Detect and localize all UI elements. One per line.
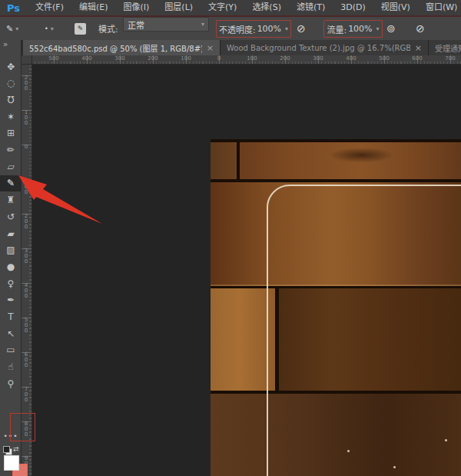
wood-texture-image (211, 139, 461, 476)
eyedropper-tool[interactable]: ✏ (0, 142, 22, 158)
gradient-tool[interactable]: ▨ (0, 242, 22, 258)
zoom-tool[interactable]: ⚲ (0, 375, 22, 391)
document-tab[interactable]: 受理通知书.j× (429, 40, 461, 55)
options-bar: ✎▾ •▾ ✎ 模式: 正常 ▾ 不透明度: 100% ▾ ⊘ 流量: 100%… (0, 17, 461, 41)
document-tab[interactable]: 552c64bad580c.psd @ 50% (图层 1, RGB/8#) *… (23, 40, 221, 55)
swap-colors-icon[interactable]: ⇄ (13, 445, 19, 453)
spot-healing-brush-tool[interactable]: ▱ (0, 158, 22, 175)
ruler-label: 700 (445, 55, 455, 62)
close-icon[interactable]: × (207, 43, 214, 53)
ruler-label: 300 (23, 248, 29, 264)
opacity-value: 100% (257, 24, 281, 34)
photoshop-window: Ps 文件(F)编辑(E)图像(I)图层(L)文字(Y)选择(S)滤镜(T)3D… (0, 0, 461, 476)
chevron-down-icon: ▾ (376, 25, 380, 32)
edit-toolbar-icon[interactable]: ••• (0, 432, 22, 440)
ruler-label: 0 (217, 55, 221, 62)
ruler-label: 100 (181, 55, 191, 62)
toggle-brush-panel-button[interactable]: ✎ (75, 17, 86, 40)
rounded-rectangle-path (267, 185, 461, 476)
default-colors-icon[interactable] (3, 446, 12, 455)
mode-label: 模式: (98, 17, 118, 40)
photoshop-logo: Ps (0, 2, 28, 14)
blend-mode-select[interactable]: 正常 ▾ (123, 17, 209, 32)
history-brush-tool[interactable]: ↺ (0, 208, 22, 225)
ruler-label: 300 (313, 55, 323, 62)
eraser-tool[interactable]: ▰ (0, 225, 22, 241)
flow-label: 流量: (327, 23, 347, 35)
menu-item[interactable]: 图层(L) (157, 0, 201, 15)
ruler-label: 0 (23, 144, 29, 149)
crop-tool[interactable]: ⊞ (0, 125, 22, 141)
brush-tool-preset-icon[interactable]: ✎▾ (6, 17, 18, 40)
collapse-tools-icon[interactable]: » (3, 40, 8, 48)
ruler-label: 200 (23, 213, 29, 229)
menu-item[interactable]: 视图(V) (373, 0, 418, 15)
ruler-label: 200 (148, 55, 158, 62)
ruler-label: 400 (346, 55, 356, 62)
opacity-label: 不透明度: (219, 23, 256, 35)
ruler-label: 800 (23, 421, 29, 437)
ruler-label: 100 (23, 109, 29, 125)
chevron-down-icon: ▾ (51, 25, 54, 32)
brush-tool[interactable]: ✎ (0, 175, 22, 191)
chevron-down-icon: ▾ (15, 25, 18, 32)
menu-item[interactable]: 文件(F) (28, 0, 71, 15)
blur-tool[interactable]: ● (0, 258, 22, 275)
ruler-label: 500 (48, 55, 58, 62)
blend-mode-value: 正常 (128, 18, 144, 31)
document-tab-bar: 552c64bad580c.psd @ 50% (图层 1, RGB/8#) *… (0, 40, 461, 55)
foreground-color-swatch[interactable] (4, 455, 19, 471)
menu-bar: Ps 文件(F)编辑(E)图像(I)图层(L)文字(Y)选择(S)滤镜(T)3D… (0, 0, 461, 17)
ruler-label: 300 (114, 55, 124, 62)
close-icon[interactable]: × (415, 43, 422, 53)
path-selection-tool[interactable]: ↖ (0, 325, 22, 341)
hand-tool[interactable]: ☝ (0, 359, 22, 375)
pen-tool[interactable]: ✒ (0, 292, 22, 308)
lasso-tool[interactable]: ℧ (0, 92, 22, 108)
menu-item[interactable]: 图像(I) (116, 0, 158, 15)
flow-control[interactable]: 流量: 100% ▾ (323, 20, 383, 38)
main-menu: 文件(F)编辑(E)图像(I)图层(L)文字(Y)选择(S)滤镜(T)3D(D)… (28, 0, 461, 15)
tab-title: 受理通知书.j (435, 42, 461, 54)
ruler-label: 100 (247, 55, 257, 62)
tools-panel: » ✥◌℧✶⊞✏▱✎♜↺▰▨●♀✒T↖▭☝⚲ ••• ⇄ (0, 40, 22, 476)
canvas-area[interactable] (32, 65, 461, 476)
ruler-origin-box[interactable] (22, 55, 32, 65)
pressure-opacity-button[interactable]: ⊘ (297, 17, 306, 40)
chevron-down-icon: ▾ (201, 21, 204, 28)
menu-item[interactable]: 窗口(W) (418, 0, 461, 15)
tab-title: 552c64bad580c.psd @ 50% (图层 1, RGB/8#) * (29, 42, 202, 54)
horizontal-ruler[interactable]: 5004003002001000100200300400500600700 (32, 55, 461, 65)
marquee-tool[interactable]: ◌ (0, 75, 22, 92)
brush-size-picker[interactable]: •▾ (45, 17, 54, 40)
menu-item[interactable]: 3D(D) (333, 0, 373, 15)
ruler-label: 500 (23, 317, 29, 333)
menu-item[interactable]: 选择(S) (244, 0, 289, 15)
dodge-tool[interactable]: ♀ (0, 275, 22, 291)
opacity-control[interactable]: 不透明度: 100% ▾ (216, 20, 291, 38)
move-tool[interactable]: ✥ (0, 58, 22, 75)
airbrush-button[interactable]: ⊚ (386, 17, 396, 40)
document-tab[interactable]: Wood Background Texture (2).jpg @ 16.7%(… (221, 40, 429, 55)
clone-stamp-tool[interactable]: ♜ (0, 192, 22, 208)
vertical-ruler[interactable]: 2001000100200300400500600700800900 (22, 65, 32, 476)
flow-value: 100% (348, 24, 372, 34)
document-tabs: 552c64bad580c.psd @ 50% (图层 1, RGB/8#) *… (23, 40, 461, 55)
chevron-down-icon: ▾ (285, 25, 288, 32)
ruler-label: 400 (81, 55, 91, 62)
shape-tool[interactable]: ▭ (0, 342, 22, 358)
ruler-label: 500 (379, 55, 389, 62)
tab-title: Wood Background Texture (2).jpg @ 16.7%(… (227, 44, 410, 52)
ruler-label: 600 (412, 55, 422, 62)
ruler-label: 700 (23, 386, 29, 402)
ruler-label: 600 (23, 351, 29, 368)
type-tool[interactable]: T (0, 309, 22, 325)
pressure-size-button[interactable]: ⊘ (416, 17, 425, 40)
quick-selection-tool[interactable]: ✶ (0, 108, 22, 125)
ruler-label: 200 (280, 55, 290, 62)
ruler-label: 100 (23, 178, 29, 195)
brush-panel-icon: ✎ (75, 23, 86, 35)
menu-item[interactable]: 文字(Y) (201, 0, 244, 15)
menu-item[interactable]: 滤镜(T) (289, 0, 333, 15)
menu-item[interactable]: 编辑(E) (71, 0, 116, 15)
